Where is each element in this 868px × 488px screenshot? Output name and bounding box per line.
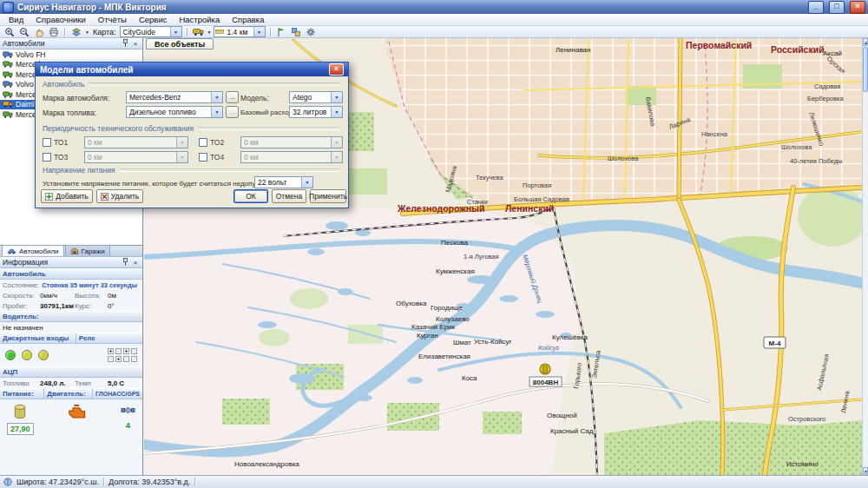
toolbar-separator [64, 28, 65, 36]
zoom-in-icon[interactable] [3, 27, 16, 37]
maximize-button[interactable]: □ [829, 1, 845, 14]
tab-garages-label: Гаражи [82, 247, 105, 255]
mileage-value: 30791,1км [40, 302, 75, 310]
vehicles-panel-title: Автомобили [3, 39, 44, 48]
scale-combobox[interactable]: 1.4 км ▼ [214, 26, 266, 37]
menu-item[interactable]: Справка [226, 14, 270, 25]
map-source-combobox[interactable]: CityGuide ▼ [120, 26, 182, 37]
relay-cell [115, 356, 122, 362]
minimize-button[interactable]: _ [808, 1, 824, 14]
track-flag-icon[interactable] [275, 27, 288, 37]
info-panel: Автомобили Гаражи Информация × Автомобил… [0, 246, 143, 475]
statusbar-separator [194, 478, 195, 486]
toolbar: ▼ Карта: CityGuide ▼ ▼ 1.4 км ▼ [0, 26, 868, 38]
pin-icon[interactable] [121, 39, 129, 49]
vehicle-list-item[interactable]: Volvo FH [0, 49, 142, 60]
menu-item[interactable]: Сервис [133, 14, 174, 25]
section-relays: Реле [76, 333, 142, 344]
delete-button[interactable]: Удалить [96, 189, 143, 203]
add-button[interactable]: Добавить [41, 189, 93, 203]
vehicle-icon[interactable] [192, 27, 205, 37]
map-label: Шмат [453, 339, 471, 346]
apply-button[interactable]: Применить [310, 189, 346, 203]
map-label: Шолохова [781, 143, 812, 151]
to4-label: ТО4 [210, 153, 224, 162]
pan-hand-icon[interactable] [32, 27, 45, 37]
scrollbar-thumb[interactable] [863, 47, 868, 92]
tab-garages[interactable]: Гаражи [65, 245, 110, 256]
brand-value: Mercedes-Benz [127, 93, 211, 102]
ok-button[interactable]: ОК [233, 189, 268, 203]
map-label: Текучева [476, 174, 503, 181]
fuel-more-button[interactable]: ... [226, 106, 239, 118]
to2-field[interactable]: 0 км ▼ [240, 136, 343, 148]
tab-vehicles[interactable]: Автомобили [2, 245, 64, 256]
close-icon[interactable]: × [131, 259, 140, 267]
to2-checkbox[interactable] [199, 138, 207, 147]
menu-item[interactable]: Настройка [173, 14, 226, 25]
model-value: Atego [290, 93, 331, 102]
statusbar: Широта: 47.23429°с.ш. Долгота: 39.42353°… [0, 475, 868, 488]
road-badge-label: М-4 [769, 340, 781, 347]
map-layers-icon[interactable] [69, 27, 82, 37]
to4-checkbox[interactable] [199, 153, 207, 162]
discrete-input-leds [5, 350, 49, 360]
to3-field[interactable]: 0 км ▼ [84, 151, 188, 163]
menu-item[interactable]: Справочники [30, 14, 92, 25]
section-maintenance-caption: Периодичность технического обслуживания [43, 124, 194, 133]
pin-icon[interactable] [121, 258, 129, 267]
chevron-down-icon[interactable]: ▼ [331, 92, 342, 102]
scroll-up-arrow-icon[interactable]: ▲ [863, 38, 868, 46]
chevron-down-icon[interactable]: ▼ [211, 107, 222, 117]
scroll-down-arrow-icon[interactable]: ▼ [863, 467, 868, 475]
to2-label: ТО2 [210, 138, 224, 147]
to1-value: 0 км [85, 138, 176, 147]
dialog-title: Модели автомобилей [40, 65, 133, 75]
to3-checkbox[interactable] [43, 153, 51, 162]
map-label: Усть-Койсуг [474, 338, 512, 346]
objects-icon[interactable] [290, 27, 303, 37]
fuel-brand-combobox[interactable]: Дизельное топливо ▼ [126, 106, 223, 118]
led-indicator [38, 350, 49, 360]
altitude-value: 0м [108, 292, 140, 300]
chevron-down-icon[interactable]: ▼ [301, 177, 312, 188]
dialog-titlebar[interactable]: Модели автомобилей × [36, 63, 348, 76]
chevron-down-icon[interactable]: ▼ [211, 92, 222, 102]
gear-icon[interactable] [305, 27, 318, 37]
chevron-down-icon[interactable]: ▼ [85, 30, 89, 35]
dialog-close-button[interactable]: × [329, 63, 344, 76]
chevron-down-icon[interactable]: ▼ [331, 107, 342, 117]
chevron-down-icon[interactable]: ▼ [253, 27, 265, 36]
led-indicator [22, 350, 32, 360]
relay-cell [115, 348, 122, 354]
battery-icon [13, 403, 27, 420]
voltage-combobox[interactable]: 22 вольт ▼ [254, 176, 313, 188]
brand-combobox[interactable]: Mercedes-Benz ▼ [126, 91, 223, 103]
model-combobox[interactable]: Atego ▼ [289, 91, 343, 103]
map-vertical-scrollbar[interactable]: ▲ ▼ [862, 38, 868, 475]
titlebar[interactable]: Сириус Навигатор - МПК Виктория _ □ × [0, 0, 868, 14]
relay-cell [108, 356, 114, 362]
to1-field[interactable]: 0 км ▼ [84, 136, 188, 148]
engine-status [67, 403, 88, 435]
map-label: Нансена [701, 130, 728, 138]
relay-grid [108, 348, 137, 362]
delete-button-label: Удалить [111, 192, 139, 201]
chevron-down-icon[interactable]: ▼ [207, 30, 212, 35]
map-label: Берберовка [807, 95, 844, 102]
menu-item[interactable]: Отчёты [92, 14, 133, 25]
close-button[interactable]: × [850, 1, 865, 14]
close-icon[interactable]: × [131, 40, 140, 48]
cancel-button[interactable]: Отмена [272, 189, 306, 203]
base-consumption-combobox[interactable]: 32 литров ▼ [289, 106, 343, 118]
map-label: Красный Сад [550, 427, 594, 435]
to4-field[interactable]: 0 км ▼ [240, 151, 343, 163]
menu-item[interactable]: Вид [3, 14, 30, 25]
chevron-down-icon[interactable]: ▼ [170, 27, 181, 36]
print-icon[interactable] [47, 27, 60, 37]
map-tab-all-objects[interactable]: Все объекты [146, 38, 214, 49]
car-icon [7, 248, 16, 254]
brand-more-button[interactable]: ... [226, 91, 239, 103]
zoom-out-icon[interactable] [17, 27, 30, 37]
to1-checkbox[interactable] [43, 138, 51, 147]
